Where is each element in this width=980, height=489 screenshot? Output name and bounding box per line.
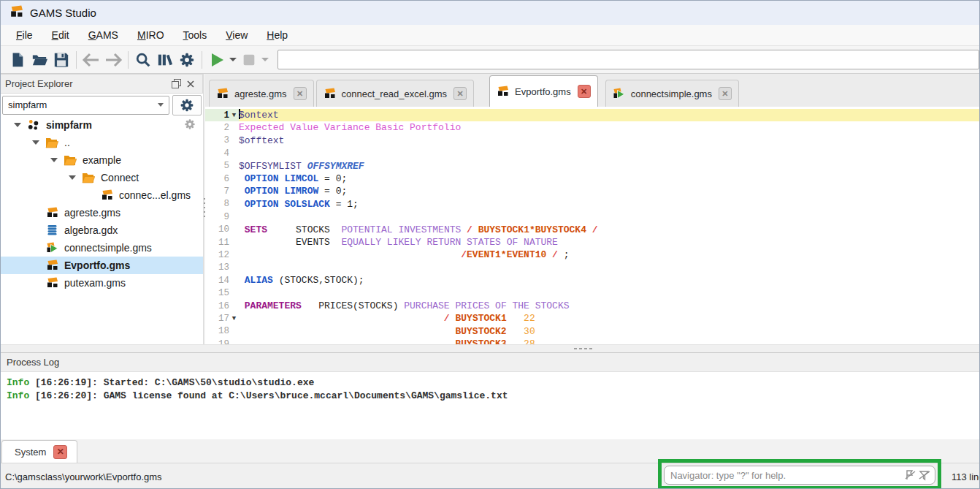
- line-number: 2: [223, 123, 229, 133]
- code-line-15[interactable]: 15: [205, 287, 979, 299]
- navigator-field[interactable]: [664, 466, 935, 485]
- code-line-8[interactable]: 8 OPTION SOLSLACK = 1;: [205, 198, 979, 211]
- tree-item-connectsimple-gms[interactable]: connectsimple.gms: [1, 239, 203, 257]
- save-icon[interactable]: [50, 49, 72, 71]
- close-icon[interactable]: ✕: [453, 87, 467, 100]
- tree-item-algebra-gdx[interactable]: algebra.gdx: [1, 221, 203, 239]
- tree-item-agreste-gms[interactable]: agreste.gms: [1, 204, 203, 221]
- tab-connect-read-excel-gms[interactable]: connect_read_excel.gms✕: [316, 80, 475, 107]
- code-line-9[interactable]: 9: [205, 211, 979, 223]
- close-panel-icon[interactable]: [183, 77, 198, 91]
- code-line-16[interactable]: 16 PARAMETERS PRICES(STOCKS) PURCHASE PR…: [205, 300, 979, 312]
- tree-expander-icon[interactable]: [8, 123, 26, 127]
- navigator-input[interactable]: [670, 470, 903, 481]
- code-editor[interactable]: 1▼$ontext2Expected Value Variance Basic …: [205, 107, 979, 344]
- tree-item-connec-el-gms[interactable]: connec...el.gms: [1, 186, 203, 204]
- main-area: Project Explorer simpfarm simpfarm..exam…: [1, 74, 979, 344]
- project-gear-icon[interactable]: [184, 118, 196, 132]
- tree-expander-icon[interactable]: [63, 175, 81, 180]
- crossed-flag-icon: [903, 469, 917, 482]
- menu-edit[interactable]: Edit: [42, 27, 79, 43]
- code-token: = 0;: [318, 186, 347, 197]
- splitter-grip-dash: [574, 348, 577, 349]
- menu-file[interactable]: File: [7, 27, 42, 43]
- tree-expander-icon[interactable]: [26, 140, 45, 145]
- menu-gams[interactable]: GAMS: [79, 27, 128, 43]
- code-line-17[interactable]: 17▼ / BUYSTOCK1 22: [205, 312, 979, 325]
- code-token: POTENTIAL INVESTMENTS: [341, 224, 461, 235]
- code-text: BUYSTOCK3 28: [239, 338, 979, 344]
- settings-gear-icon[interactable]: [176, 49, 198, 71]
- project-selector-dropdown[interactable]: simpfarm: [2, 96, 169, 115]
- tree-expander-icon[interactable]: [45, 158, 63, 162]
- code-line-13[interactable]: 13: [205, 262, 979, 274]
- menu-view[interactable]: View: [216, 27, 257, 43]
- line-number-gutter: 6: [205, 173, 239, 185]
- code-line-6[interactable]: 6 OPTION LIMCOL = 0;: [205, 173, 979, 185]
- tab-system[interactable]: System ✕: [1, 440, 77, 463]
- fold-arrow-icon[interactable]: ▼: [229, 112, 239, 119]
- code-line-4[interactable]: 4: [205, 147, 979, 159]
- fold-arrow-icon[interactable]: ▼: [229, 315, 239, 322]
- line-number-gutter: 5: [205, 160, 239, 173]
- project-selector-row: simpfarm: [1, 94, 203, 116]
- code-line-14[interactable]: 14 ALIAS (STOCKS,STOCK);: [205, 274, 979, 287]
- tree-item-label: ..: [64, 137, 70, 148]
- process-log-title: Process Log: [7, 357, 59, 368]
- code-line-12[interactable]: 12 /EVENT1*EVENT10 / ;: [205, 249, 979, 261]
- tab-agreste-gms[interactable]: agreste.gms✕: [209, 80, 314, 107]
- code-line-11[interactable]: 11 EVENTS EQUALLY LIKELY RETURN STATES O…: [205, 236, 979, 249]
- forward-icon[interactable]: [102, 49, 124, 71]
- horizontal-splitter[interactable]: [1, 344, 979, 352]
- code-line-10[interactable]: 10 SETS STOCKS POTENTIAL INVESTMENTS / B…: [205, 224, 979, 236]
- navigator-highlight-box: [658, 459, 941, 489]
- code-text: OPTION LIMCOL = 0;: [239, 173, 979, 185]
- run-dropdown-icon[interactable]: [228, 51, 238, 69]
- process-log-body[interactable]: Info [16:26:19]: Started: C:\GAMS\50\stu…: [1, 372, 979, 439]
- log-message: [16:26:20]: GAMS license found at C:\Use…: [29, 390, 508, 401]
- model-library-icon[interactable]: [154, 49, 176, 71]
- code-line-5[interactable]: 5$OFFSYMLIST OFFSYMXREF: [205, 160, 979, 173]
- close-icon[interactable]: ✕: [719, 87, 732, 100]
- close-icon[interactable]: ✕: [294, 87, 307, 100]
- menu-tools[interactable]: Tools: [174, 27, 217, 43]
- tab-evportfo-gms[interactable]: Evportfo.gms✕: [489, 75, 598, 107]
- tree-item--[interactable]: ..: [1, 134, 203, 151]
- close-icon[interactable]: ✕: [578, 85, 591, 98]
- folder-icon: [63, 153, 77, 167]
- line-number-gutter: 7: [205, 185, 239, 197]
- tree-item-connect[interactable]: Connect: [1, 169, 203, 186]
- project-options-button[interactable]: [172, 95, 202, 115]
- tree-item-simpfarm[interactable]: simpfarm: [1, 116, 203, 134]
- menu-miro[interactable]: MIRO: [128, 27, 174, 43]
- tree-item-label: connec...el.gms: [119, 189, 191, 201]
- tab-connectsimple-gms[interactable]: connectsimple.gms✕: [605, 80, 739, 107]
- close-icon[interactable]: ✕: [53, 445, 67, 459]
- code-line-19[interactable]: 19 BUYSTOCK3 28: [205, 338, 979, 344]
- line-number-gutter: 2: [205, 121, 239, 134]
- code-token: 30: [524, 326, 535, 337]
- code-token: $offtext: [239, 135, 284, 146]
- code-line-2[interactable]: 2Expected Value Variance Basic Portfolio: [205, 121, 979, 134]
- search-icon[interactable]: [132, 49, 154, 71]
- tree-item-putexam-gms[interactable]: putexam.gms: [1, 274, 203, 292]
- code-line-7[interactable]: 7 OPTION LIMROW = 0;: [205, 185, 979, 197]
- back-icon[interactable]: [80, 49, 102, 71]
- open-file-icon[interactable]: [28, 49, 50, 71]
- stop-dropdown-icon[interactable]: [260, 51, 270, 69]
- parameter-input[interactable]: [277, 50, 979, 69]
- menu-help[interactable]: Help: [257, 27, 297, 43]
- new-file-icon[interactable]: [7, 49, 28, 71]
- float-panel-icon[interactable]: [169, 77, 183, 91]
- code-text: BUYSTOCK2 30: [239, 325, 979, 338]
- code-line-1[interactable]: 1▼$ontext: [205, 109, 979, 121]
- tree-item-evportfo-gms[interactable]: Evportfo.gms: [1, 257, 203, 274]
- code-token: PARAMETERS: [245, 300, 302, 311]
- run-icon[interactable]: [206, 49, 228, 71]
- code-token: [239, 199, 245, 210]
- tree-item-example[interactable]: example: [1, 151, 203, 169]
- line-number-gutter: 4: [205, 147, 239, 159]
- code-line-3[interactable]: 3$offtext: [205, 134, 979, 147]
- toolbar-separator: [128, 51, 129, 69]
- code-line-18[interactable]: 18 BUYSTOCK2 30: [205, 325, 979, 338]
